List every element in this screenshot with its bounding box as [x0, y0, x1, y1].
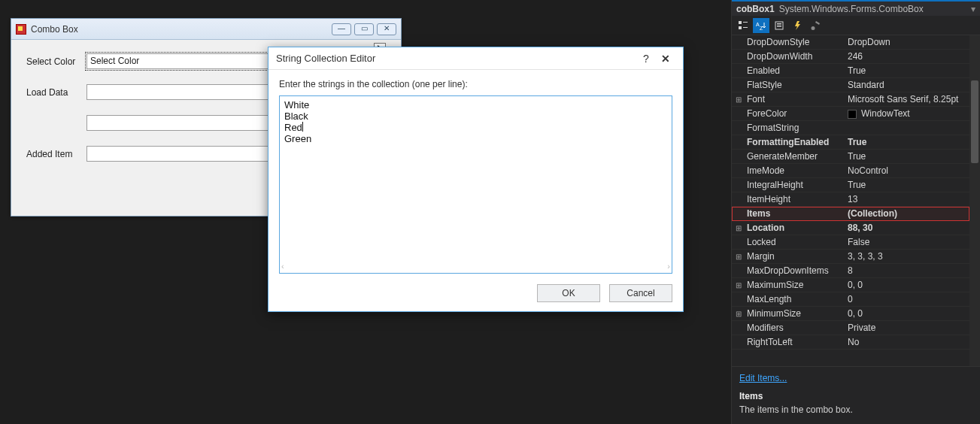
window-buttons: — ▭ ✕ [332, 23, 396, 35]
property-name: FormattingEnabled [745, 137, 848, 147]
property-name: DropDownStyle [745, 37, 848, 47]
svg-rect-2 [739, 26, 742, 29]
property-value[interactable]: WindowText [848, 108, 969, 119]
scroll-left-icon[interactable]: ‹ [281, 261, 284, 272]
property-value[interactable]: Standard [848, 80, 969, 90]
property-value[interactable]: DropDown [848, 37, 969, 47]
property-row[interactable]: ⊞Margin3, 3, 3, 3 [732, 250, 969, 264]
property-value[interactable]: True [848, 180, 969, 190]
object-selector[interactable]: cobBox1 System.Windows.Forms.ComboBox ▾ [732, 0, 980, 16]
close-dialog-button[interactable]: ✕ [656, 53, 675, 65]
property-name: Modifiers [745, 323, 848, 333]
help-button[interactable]: ? [636, 53, 656, 65]
expand-icon[interactable]: ⊞ [732, 310, 745, 318]
property-row[interactable]: IntegralHeightTrue [732, 178, 969, 192]
property-value[interactable]: Microsoft Sans Serif, 8.25pt [848, 94, 969, 104]
property-row[interactable]: FormattingEnabledTrue [732, 135, 969, 150]
property-row[interactable]: ForeColorWindowText [732, 107, 969, 121]
property-value[interactable]: 3, 3, 3, 3 [848, 251, 969, 262]
categorized-icon[interactable] [735, 18, 751, 33]
property-name: Items [745, 208, 848, 219]
property-row[interactable]: LockedFalse [732, 235, 969, 250]
scroll-right-icon[interactable]: › [667, 261, 670, 272]
property-name: DropDownWidth [745, 51, 848, 62]
collection-editor-textarea[interactable]: WhiteBlackRedGreen ‹ › [279, 95, 672, 274]
expand-icon[interactable]: ⊞ [732, 95, 745, 104]
property-row[interactable]: DropDownStyleDropDown [732, 35, 969, 50]
ok-button[interactable]: OK [537, 284, 600, 302]
property-value[interactable]: 13 [848, 194, 969, 204]
property-row[interactable]: ImeModeNoControl [732, 164, 969, 178]
dialog-body: Enter the strings in the collection (one… [269, 70, 683, 278]
expand-icon[interactable]: ⊞ [732, 253, 745, 261]
close-form-button[interactable]: ✕ [377, 23, 396, 35]
property-row[interactable]: MaxLength0 [732, 292, 969, 307]
property-grid-wrap: DropDownStyleDropDownDropDownWidth246Ena… [732, 35, 980, 366]
property-row[interactable]: ⊞FontMicrosoft Sans Serif, 8.25pt [732, 92, 969, 107]
property-value[interactable]: No [848, 337, 969, 347]
property-row[interactable]: DropDownWidth246 [732, 50, 969, 64]
property-row[interactable]: ModifiersPrivate [732, 321, 969, 335]
property-value[interactable]: 88, 30 [848, 223, 969, 233]
dialog-title: String Collection Editor [276, 53, 636, 64]
form-titlebar: Combo Box — ▭ ✕ [11, 19, 401, 40]
property-name: Locked [745, 237, 848, 247]
color-swatch [848, 110, 857, 119]
property-pages-icon[interactable] [807, 18, 824, 33]
maximize-button[interactable]: ▭ [354, 23, 374, 35]
chevron-down-icon[interactable]: ▾ [971, 4, 975, 14]
events-icon[interactable] [789, 18, 806, 33]
property-name: GenerateMember [745, 151, 848, 162]
dialog-prompt: Enter the strings in the collection (one… [279, 79, 672, 89]
alphabetical-icon[interactable]: AZ [753, 18, 769, 33]
svg-rect-4 [743, 27, 748, 28]
editor-line: Black [284, 111, 667, 122]
property-value[interactable]: False [848, 237, 969, 247]
expand-icon[interactable]: ⊞ [732, 224, 745, 232]
text-caret [302, 122, 303, 132]
property-value[interactable]: True [848, 137, 969, 147]
property-value[interactable]: NoControl [848, 165, 969, 176]
description-text: The items in the combo box. [739, 404, 972, 415]
property-row[interactable]: ⊞MinimumSize0, 0 [732, 307, 969, 321]
property-value[interactable]: 0, 0 [848, 280, 969, 290]
property-row[interactable]: ⊞MaximumSize0, 0 [732, 278, 969, 292]
property-row[interactable]: Items(Collection) [732, 207, 969, 221]
property-value[interactable]: 0 [848, 294, 969, 304]
property-row[interactable]: RightToLeftNo [732, 335, 969, 350]
property-value[interactable]: Private [848, 323, 969, 333]
expand-icon[interactable]: ⊞ [732, 281, 745, 289]
property-row[interactable]: MaxDropDownItems8 [732, 264, 969, 278]
property-name: MinimumSize [745, 308, 848, 319]
property-row[interactable]: FormatString [732, 121, 969, 135]
property-row[interactable]: EnabledTrue [732, 64, 969, 78]
property-name: Location [745, 223, 848, 233]
property-value[interactable]: (Collection) [848, 208, 969, 219]
vertical-scrollbar[interactable] [969, 35, 980, 366]
property-name: FlatStyle [745, 80, 848, 90]
properties-icon[interactable] [771, 18, 787, 33]
property-value[interactable]: True [848, 65, 969, 76]
property-description: Items The items in the combo box. [732, 386, 980, 424]
label-added-item: Added Item [26, 149, 80, 159]
property-value[interactable]: 8 [848, 265, 969, 276]
property-value[interactable]: 0, 0 [848, 308, 969, 319]
property-grid[interactable]: DropDownStyleDropDownDropDownWidth246Ena… [732, 35, 969, 366]
scrollbar-thumb[interactable] [971, 80, 978, 163]
property-row[interactable]: FlatStyleStandard [732, 78, 969, 92]
property-name: FormatString [745, 123, 848, 133]
svg-rect-1 [739, 21, 742, 24]
edit-items-link[interactable]: Edit Items... [739, 373, 787, 383]
properties-panel: cobBox1 System.Windows.Forms.ComboBox ▾ … [731, 0, 980, 424]
dialog-titlebar: String Collection Editor ? ✕ [269, 47, 683, 70]
property-row[interactable]: ItemHeight13 [732, 192, 969, 207]
property-value[interactable]: True [848, 151, 969, 162]
property-name: ItemHeight [745, 194, 848, 204]
object-type: System.Windows.Forms.ComboBox [779, 4, 924, 14]
cancel-button[interactable]: Cancel [609, 284, 672, 302]
horizontal-scrollbar[interactable]: ‹ › [281, 261, 670, 271]
minimize-button[interactable]: — [332, 23, 351, 35]
property-row[interactable]: GenerateMemberTrue [732, 150, 969, 164]
property-value[interactable]: 246 [848, 51, 969, 62]
property-row[interactable]: ⊞Location88, 30 [732, 221, 969, 235]
